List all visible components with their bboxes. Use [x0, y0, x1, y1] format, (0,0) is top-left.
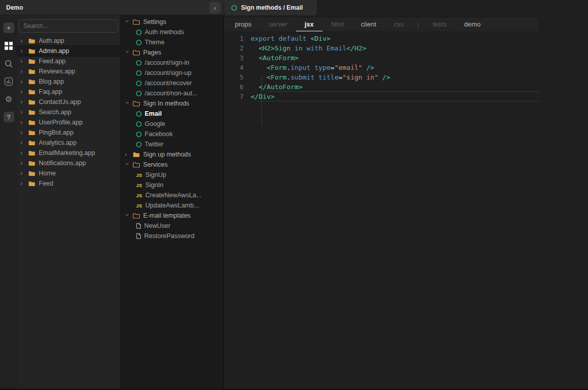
help-button[interactable]: ?: [4, 112, 14, 122]
line-underline: [257, 101, 539, 101]
apps-tree-item[interactable]: ›Search.app: [17, 107, 120, 117]
chevron-right-icon[interactable]: ›: [20, 160, 25, 166]
chevron-right-icon[interactable]: ›: [20, 89, 25, 95]
apps-tree-item[interactable]: ›Reviews.app: [17, 66, 120, 76]
stats-button[interactable]: [4, 76, 14, 87]
tab-tests[interactable]: tests: [424, 17, 455, 32]
search-input[interactable]: [23, 22, 113, 30]
chevron-right-icon[interactable]: ›: [20, 48, 25, 54]
project-tree-item[interactable]: ›E-mail templates: [122, 211, 223, 221]
chevron-right-icon[interactable]: ›: [20, 58, 25, 64]
apps-tree-item[interactable]: ›Auth.app: [17, 36, 120, 46]
code-line[interactable]: 2 <H2>Sign in with Email</H2>: [224, 43, 588, 53]
project-tree-item[interactable]: ›Pages: [122, 47, 223, 58]
project-tree-item[interactable]: Facebook: [122, 129, 223, 139]
apps-grid-button[interactable]: [4, 40, 14, 51]
chevron-right-icon[interactable]: ›: [20, 150, 25, 156]
tab-jsx[interactable]: jsx: [296, 17, 323, 32]
tree-item-label: /account/recover: [145, 80, 192, 87]
code-line[interactable]: 3 <AutoForm>: [224, 53, 588, 63]
apps-tree-item[interactable]: ›EmailMarketing.app: [17, 148, 120, 158]
apps-panel: ›Auth.app›Admin.app›Feed.app›Reviews.app…: [17, 15, 120, 390]
project-tree-item[interactable]: /account/sign-up: [122, 68, 223, 78]
chevron-down-icon[interactable]: ›: [124, 102, 130, 107]
apps-tree-item[interactable]: ›Notifications.app: [17, 158, 120, 168]
tree-item-label: Sign up methods: [143, 151, 191, 158]
apps-tree-item[interactable]: ›Analytics.app: [17, 138, 120, 148]
apps-tree-item[interactable]: ›Faq.app: [17, 87, 120, 97]
chevron-right-icon[interactable]: ›: [20, 68, 25, 74]
chevron-right-icon[interactable]: ›: [20, 79, 25, 85]
apps-tree-item[interactable]: ›PingBot.app: [17, 127, 120, 138]
project-tree-item[interactable]: JSUpdateAwsLamb...: [122, 200, 223, 211]
apps-tree-item[interactable]: ›Home: [17, 168, 120, 178]
line-number: 4: [224, 64, 251, 71]
code-text: <AutoForm>: [251, 54, 299, 62]
chevron-down-icon[interactable]: ›: [124, 163, 130, 168]
search-box[interactable]: [18, 19, 118, 33]
tab-props[interactable]: props: [226, 17, 260, 32]
gear-icon: ⚙: [5, 95, 12, 103]
chevron-down-icon[interactable]: ›: [124, 20, 130, 25]
code-editor[interactable]: 1export default <Div>2 <H2>Sign in with …: [224, 34, 588, 101]
add-button[interactable]: +: [4, 22, 14, 33]
chevron-right-icon[interactable]: ›: [20, 129, 25, 136]
tree-item-label: Notifications.app: [39, 160, 86, 167]
tab-css[interactable]: css: [385, 17, 413, 32]
project-tree-item[interactable]: /account/sign-in: [122, 58, 223, 68]
settings-button[interactable]: ⚙: [4, 94, 14, 105]
code-line[interactable]: 6 </AutoForm>: [224, 82, 588, 92]
tree-item-label: Feed: [39, 180, 54, 187]
js-icon: JS: [136, 183, 142, 188]
project-tree-item[interactable]: ›Sign up methods: [122, 149, 223, 160]
tree-item-label: Reviews.app: [39, 68, 75, 75]
tab-demo[interactable]: demo: [456, 17, 490, 32]
project-tree-item[interactable]: NewUser: [122, 221, 223, 231]
component-icon: [136, 132, 142, 137]
project-tree-item[interactable]: JSSignUp: [122, 170, 223, 180]
project-tree-item[interactable]: JSCreateNewAwsLa...: [122, 190, 223, 200]
project-tree-item[interactable]: Theme: [122, 37, 223, 47]
folder-icon: [28, 139, 36, 147]
project-tree: ›SettingsAuth methodsTheme›Pages/account…: [122, 17, 223, 241]
tree-item-label: SignUp: [145, 171, 166, 178]
project-tree-item[interactable]: Google: [122, 119, 223, 129]
tab-server[interactable]: server: [260, 17, 296, 32]
apps-tree-item[interactable]: ›ContactUs.app: [17, 97, 120, 107]
chevron-right-icon[interactable]: ›: [20, 109, 25, 115]
apps-tree-item[interactable]: ›UserProfile.app: [17, 117, 120, 127]
code-line[interactable]: 7</Div>: [224, 92, 588, 101]
tab-client[interactable]: client: [352, 17, 385, 32]
chevron-right-icon[interactable]: ›: [20, 119, 25, 125]
project-tree-item[interactable]: ›Settings: [122, 17, 223, 27]
apps-tree-item[interactable]: ›Blog.app: [17, 76, 120, 87]
code-line[interactable]: 5 <Form.submit title="sign in" />: [224, 72, 588, 82]
collapse-panel-button[interactable]: ‹: [209, 2, 221, 13]
apps-tree-item[interactable]: ›Feed.app: [17, 56, 120, 66]
project-tree-item[interactable]: Twitter: [122, 139, 223, 149]
chevron-down-icon[interactable]: ›: [124, 51, 130, 56]
chevron-right-icon[interactable]: ›: [20, 140, 25, 146]
tab-html[interactable]: html: [323, 17, 353, 32]
project-tree-item[interactable]: JSSignIn: [122, 180, 223, 190]
search-button[interactable]: [4, 58, 14, 69]
chevron-right-icon[interactable]: ›: [20, 99, 25, 105]
chevron-down-icon[interactable]: ›: [124, 214, 130, 219]
code-line[interactable]: 4 <Form.input type="email" />: [224, 63, 588, 72]
apps-tree-item[interactable]: ›Admin.app: [17, 46, 120, 56]
code-line[interactable]: 1export default <Div>: [224, 34, 588, 43]
chevron-right-icon[interactable]: ›: [20, 38, 25, 44]
folder-icon: [28, 68, 36, 75]
project-tree-item[interactable]: /account/non-aut...: [122, 88, 223, 98]
project-tree-item[interactable]: Auth methods: [122, 27, 223, 37]
editor-tab[interactable]: Sign methods / Email: [224, 0, 317, 15]
project-tree-item[interactable]: Email: [122, 109, 223, 119]
project-tree-item[interactable]: ›Services: [122, 160, 223, 170]
project-tree-item[interactable]: ›Sign In methods: [122, 98, 223, 109]
apps-tree-item[interactable]: ›Feed: [17, 178, 120, 189]
chevron-right-icon[interactable]: ›: [20, 170, 25, 176]
project-tree-item[interactable]: RestorePassword: [122, 231, 223, 241]
chevron-right-icon[interactable]: ›: [20, 180, 25, 187]
project-tree-item[interactable]: /account/recover: [122, 78, 223, 88]
chevron-right-icon[interactable]: ›: [125, 151, 129, 158]
